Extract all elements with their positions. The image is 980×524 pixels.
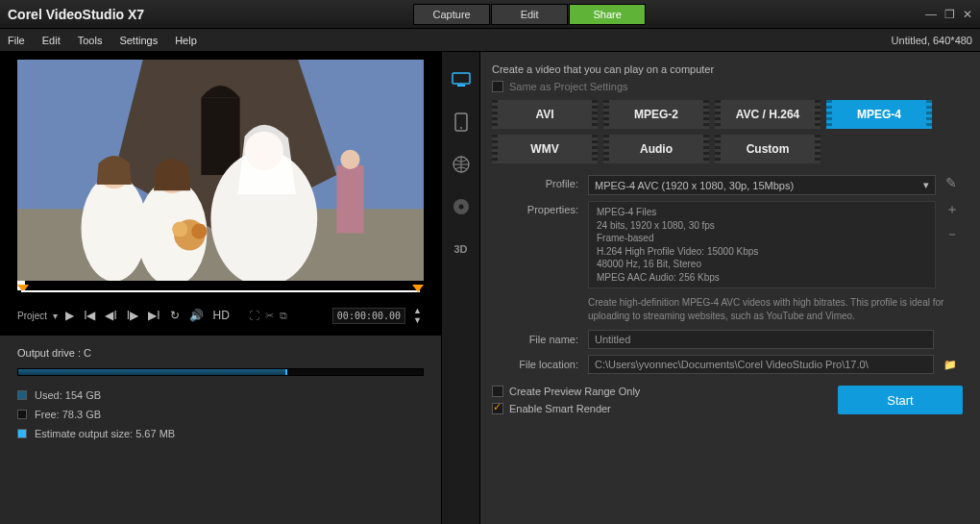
output-drive-panel: Output drive : C Used: 154 GB Free: 78.3… [0,335,441,524]
format-avi[interactable]: AVI [492,100,598,129]
profile-label: Profile: [492,175,578,189]
edit-profile-icon[interactable]: ✎ [945,175,963,190]
start-button[interactable]: Start [838,386,963,414]
mark-out-icon[interactable] [412,285,424,292]
properties-box: MPEG-4 Files 24 bits, 1920 x 1080, 30 fp… [588,201,936,288]
filename-label: File name: [492,334,578,345]
target-disc-icon[interactable] [448,196,475,217]
filelocation-label: File location: [492,359,578,370]
title-bar: Corel VideoStudio X7 Capture Edit Share … [0,0,980,29]
format-mpeg4[interactable]: MPEG-4 [826,100,932,129]
same-as-project-label: Same as Project Settings [509,81,628,92]
swatch-free-icon [17,410,27,419]
menu-help[interactable]: Help [175,35,197,46]
smart-render-label: Enable Smart Render [509,403,611,414]
svg-point-10 [172,221,187,237]
go-end-icon[interactable]: ▶I [146,309,161,322]
format-wmv[interactable]: WMV [492,135,598,163]
play-icon[interactable]: ▶ [63,309,76,322]
share-target-tabs: 3D [442,52,480,524]
timecode-display[interactable]: 00:00:00.00 [332,308,405,324]
add-profile-icon[interactable]: ＋ [945,201,963,218]
svg-point-13 [340,150,359,169]
preview-range-checkbox[interactable] [492,386,503,397]
minimize-icon[interactable]: — [925,8,937,21]
left-pane: Project ▾ ▶ I◀ ◀I I▶ ▶I ↻ 🔊 HD ⛶ ✂ ⧉ 00:… [0,52,442,524]
filename-input[interactable]: Untitled [588,330,934,349]
menu-tools[interactable]: Tools [78,35,103,46]
smart-render-checkbox[interactable] [492,403,503,414]
legend-free: Free: 78.3 GB [17,409,424,420]
filelocation-input[interactable]: C:\Users\yvonnec\Documents\Corel VideoSt… [588,355,934,374]
target-computer-icon[interactable] [448,69,475,90]
disk-usage-bar [17,368,424,376]
project-status: Untitled, 640*480 [892,35,972,46]
next-frame-icon[interactable]: I▶ [125,309,140,322]
transport-mode-toggle-icon[interactable]: ▾ [53,311,58,321]
video-preview[interactable] [17,60,424,281]
legend-estimate: Estimate output size: 5.67 MB [17,428,424,439]
swatch-used-icon [17,390,27,400]
prev-frame-icon[interactable]: ◀I [103,309,118,322]
svg-rect-14 [453,73,470,84]
window-controls: — ❐ ✕ [925,8,972,21]
menu-settings[interactable]: Settings [119,35,158,46]
format-grid: AVI MPEG-2 AVC / H.264 MPEG-4 WMV Audio … [492,100,963,163]
output-drive-label: Output drive : C [17,347,424,359]
menu-file[interactable]: File [8,35,25,46]
mode-tab-edit[interactable]: Edit [491,4,568,25]
transport-mode-label[interactable]: Project [17,311,47,321]
timecode-spinner-icon[interactable]: ▲▼ [411,306,424,325]
cut-icon[interactable]: ✂ [265,310,274,322]
profile-hint: Create high-definition MPEG-4 AVC videos… [588,296,963,322]
target-device-icon[interactable] [448,112,475,133]
go-start-icon[interactable]: I◀ [82,309,97,322]
legend-used: Used: 154 GB [17,389,424,401]
share-description: Create a video that you can play on a co… [492,63,963,75]
close-icon[interactable]: ✕ [963,8,972,21]
swatch-estimate-icon [17,429,27,438]
mode-tabs: Capture Edit Share [413,4,647,25]
svg-point-5 [81,175,146,281]
menu-bar: File Edit Tools Settings Help Untitled, … [0,29,980,52]
share-pane: Create a video that you can play on a co… [480,52,980,524]
target-web-icon[interactable] [448,154,475,175]
svg-point-20 [458,205,463,210]
volume-icon[interactable]: 🔊 [187,309,206,322]
menu-edit[interactable]: Edit [42,35,61,46]
transport-controls: Project ▾ ▶ I◀ ◀I I▶ ▶I ↻ 🔊 HD ⛶ ✂ ⧉ 00:… [0,300,441,335]
enlarge-icon[interactable]: ⛶ [249,310,259,322]
format-audio[interactable]: Audio [603,135,709,163]
restore-icon[interactable]: ❐ [944,8,955,21]
hd-toggle[interactable]: HD [211,309,232,322]
chevron-down-icon: ▾ [923,179,929,191]
mode-tab-capture[interactable]: Capture [413,4,490,25]
format-custom[interactable]: Custom [715,135,821,163]
mode-tab-share[interactable]: Share [569,4,646,25]
svg-point-17 [460,127,462,129]
svg-rect-12 [336,165,363,233]
remove-profile-icon[interactable]: － [945,226,963,243]
same-as-project-checkbox[interactable] [492,81,503,92]
format-mpeg2[interactable]: MPEG-2 [603,100,709,129]
properties-label: Properties: [492,201,578,215]
format-avc[interactable]: AVC / H.264 [715,100,821,129]
profile-select[interactable]: MPEG-4 AVC (1920 x 1080, 30p, 15Mbps) ▾ [588,175,936,195]
repeat-icon[interactable]: ↻ [168,309,182,322]
app-title: Corel VideoStudio X7 [8,7,144,22]
svg-rect-15 [457,85,465,87]
svg-point-11 [191,223,207,238]
snapshot-icon[interactable]: ⧉ [280,310,287,322]
preview-range-label: Create Preview Range Only [509,386,640,397]
target-3d-icon[interactable]: 3D [448,238,475,260]
browse-folder-icon[interactable]: 📁 [943,359,963,371]
scrub-bar[interactable] [0,281,441,300]
